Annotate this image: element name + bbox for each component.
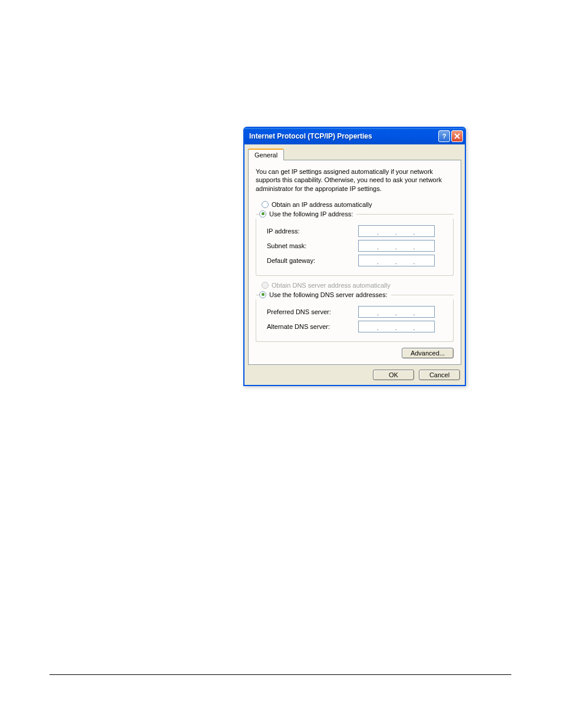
ip-octet[interactable] xyxy=(398,255,413,266)
radio-icon xyxy=(262,282,269,289)
ip-octet[interactable] xyxy=(415,226,431,236)
preferred-dns-row: Preferred DNS server: . . . xyxy=(267,306,447,318)
titlebar-buttons: ? xyxy=(438,130,463,142)
ip-octet[interactable] xyxy=(415,307,431,317)
ip-octet[interactable] xyxy=(398,226,413,236)
ip-octet[interactable] xyxy=(361,307,376,317)
ip-octet[interactable] xyxy=(379,255,395,266)
subnet-mask-input[interactable]: . . . xyxy=(358,240,435,252)
default-gateway-label: Default gateway: xyxy=(267,257,358,264)
alternate-dns-row: Alternate DNS server: . . . xyxy=(267,321,447,332)
ip-octet[interactable] xyxy=(415,241,431,251)
ip-octet[interactable] xyxy=(361,321,376,332)
radio-icon xyxy=(259,291,266,298)
tab-strip: General xyxy=(248,149,461,160)
dialog-button-row: OK Cancel xyxy=(248,370,461,380)
ip-octet[interactable] xyxy=(398,321,413,332)
help-icon[interactable]: ? xyxy=(438,130,450,142)
ip-octet[interactable] xyxy=(361,255,376,266)
ip-octet[interactable] xyxy=(379,226,395,236)
alternate-dns-label: Alternate DNS server: xyxy=(267,323,358,330)
titlebar[interactable]: Internet Protocol (TCP/IP) Properties ? xyxy=(244,128,465,144)
ip-octet[interactable] xyxy=(398,307,413,317)
cancel-button[interactable]: Cancel xyxy=(419,370,460,380)
dns-settings-group: Preferred DNS server: . . . Alternate DN… xyxy=(256,299,454,342)
ip-manual-legend: Use the following IP address: xyxy=(256,209,454,219)
advanced-row: Advanced... xyxy=(256,348,454,358)
advanced-button[interactable]: Advanced... xyxy=(402,348,454,358)
default-gateway-row: Default gateway: . . . xyxy=(267,255,447,266)
dialog-content: General You can get IP settings assigned… xyxy=(244,144,465,385)
close-icon[interactable] xyxy=(451,130,463,142)
subnet-mask-row: Subnet mask: . . . xyxy=(267,240,447,252)
radio-label: Obtain DNS server address automatically xyxy=(272,282,391,289)
preferred-dns-input[interactable]: . . . xyxy=(358,306,435,318)
ip-octet[interactable] xyxy=(415,321,431,332)
radio-label: Obtain an IP address automatically xyxy=(272,201,372,208)
default-gateway-input[interactable]: . . . xyxy=(358,255,435,266)
radio-label: Use the following DNS server addresses: xyxy=(269,291,388,298)
ip-octet[interactable] xyxy=(379,307,395,317)
ip-octet[interactable] xyxy=(379,321,395,332)
ip-address-row: IP address: . . . xyxy=(267,225,447,237)
ip-settings-group: IP address: . . . Subnet mask: . . . xyxy=(256,219,454,276)
ip-octet[interactable] xyxy=(398,241,413,251)
ok-button[interactable]: OK xyxy=(373,370,414,380)
ip-address-label: IP address: xyxy=(267,228,358,235)
ip-octet[interactable] xyxy=(415,255,431,266)
alternate-dns-input[interactable]: . . . xyxy=(358,321,435,332)
radio-label: Use the following IP address: xyxy=(269,210,353,218)
radio-obtain-ip-auto[interactable]: Obtain an IP address automatically xyxy=(262,201,454,208)
ip-octet[interactable] xyxy=(379,241,395,251)
tab-panel-general: You can get IP settings assigned automat… xyxy=(248,160,461,365)
ip-octet[interactable] xyxy=(361,241,376,251)
dialog-title: Internet Protocol (TCP/IP) Properties xyxy=(249,132,372,140)
tcpip-properties-dialog: Internet Protocol (TCP/IP) Properties ? … xyxy=(243,127,466,386)
page-footer-rule xyxy=(49,674,511,675)
preferred-dns-label: Preferred DNS server: xyxy=(267,308,358,315)
ip-octet[interactable] xyxy=(361,226,376,236)
subnet-mask-label: Subnet mask: xyxy=(267,242,358,249)
tab-general[interactable]: General xyxy=(248,149,284,160)
radio-obtain-dns-auto: Obtain DNS server address automatically xyxy=(262,282,454,289)
ip-address-input[interactable]: . . . xyxy=(358,225,435,237)
radio-use-following-dns[interactable]: Use the following DNS server addresses: xyxy=(259,291,391,298)
radio-use-following-ip[interactable]: Use the following IP address: xyxy=(259,210,356,218)
dns-manual-legend: Use the following DNS server addresses: xyxy=(256,290,454,299)
ip-settings-description: You can get IP settings assigned automat… xyxy=(256,167,454,193)
radio-icon xyxy=(259,210,266,218)
radio-icon xyxy=(262,201,269,208)
